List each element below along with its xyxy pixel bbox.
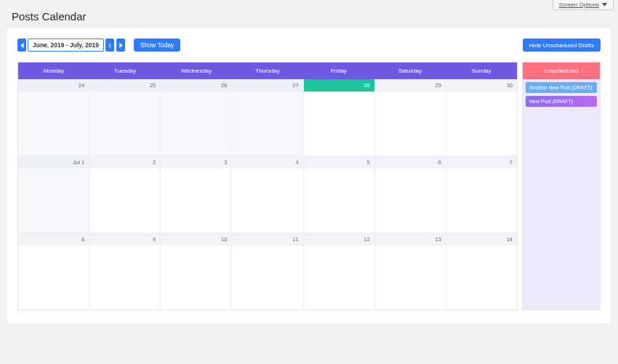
day-body <box>161 92 231 155</box>
day-body <box>375 246 446 310</box>
unscheduled-header: Unscheduled <box>523 62 600 79</box>
day-number: 27 <box>232 79 302 92</box>
day-cell[interactable]: 28 <box>304 79 375 155</box>
day-number: 10 <box>161 233 231 246</box>
day-cell[interactable]: 11 <box>232 233 303 310</box>
day-body <box>232 246 302 310</box>
day-number: 11 <box>232 233 302 246</box>
day-cell[interactable]: 30 <box>446 79 517 155</box>
date-range[interactable]: June, 2019 - July, 2019 <box>28 39 104 52</box>
day-cell[interactable]: 7 <box>446 156 517 232</box>
day-number: 7 <box>446 156 517 169</box>
calendar-card: June, 2019 - July, 2019 1 Show Today Hid… <box>7 28 611 323</box>
day-number: 14 <box>446 233 517 246</box>
day-number: Jul 1 <box>18 156 89 169</box>
day-cell[interactable]: 29 <box>375 79 446 155</box>
day-body <box>18 246 89 310</box>
day-header-row: MondayTuesdayWednesdayThursdayFridaySatu… <box>18 62 517 79</box>
day-body <box>18 169 89 232</box>
toolbar: June, 2019 - July, 2019 1 Show Today Hid… <box>17 39 601 52</box>
day-body <box>232 92 302 155</box>
day-header: Tuesday <box>89 62 161 79</box>
day-cell[interactable]: 2 <box>89 156 161 232</box>
day-body <box>446 169 517 232</box>
day-header: Saturday <box>374 62 446 79</box>
day-cell[interactable]: 12 <box>304 233 375 310</box>
week-row: Jul 1234567 <box>18 155 517 232</box>
chevron-left-icon <box>20 43 24 48</box>
day-number: 25 <box>89 79 160 92</box>
week-row: 891011121314 <box>18 232 517 310</box>
day-header: Wednesday <box>161 62 232 79</box>
day-body <box>89 246 160 310</box>
day-number: 3 <box>161 156 231 169</box>
day-body <box>232 169 302 232</box>
day-header: Sunday <box>446 62 517 79</box>
day-cell[interactable]: 10 <box>161 233 232 310</box>
day-body <box>446 246 517 310</box>
day-number: 12 <box>304 233 374 246</box>
day-number: 4 <box>232 156 302 169</box>
day-cell[interactable]: 6 <box>375 156 446 232</box>
day-number: 2 <box>89 156 160 169</box>
unscheduled-panel: Unscheduled Another New Post (DRAFT)New … <box>522 62 601 310</box>
day-cell[interactable]: 9 <box>89 233 161 310</box>
draft-item[interactable]: Another New Post (DRAFT) <box>526 82 597 93</box>
day-body <box>304 169 374 232</box>
day-cell[interactable]: 4 <box>232 156 303 232</box>
day-cell[interactable]: 14 <box>446 233 517 310</box>
day-cell[interactable]: 26 <box>161 79 232 155</box>
day-header: Thursday <box>232 62 303 79</box>
screen-options-button[interactable]: Screen Options <box>553 0 614 10</box>
day-cell[interactable]: 8 <box>18 233 89 310</box>
day-cell[interactable]: 25 <box>89 79 161 155</box>
calendar-grid: MondayTuesdayWednesdayThursdayFridaySatu… <box>17 62 518 310</box>
chevron-down-icon <box>602 3 607 7</box>
draft-item[interactable]: New Post (DRAFT) <box>526 96 597 107</box>
day-body <box>304 92 374 155</box>
day-cell[interactable]: 3 <box>161 156 232 232</box>
day-header: Friday <box>303 62 374 79</box>
day-number: 8 <box>18 233 89 246</box>
day-body <box>18 92 89 155</box>
page-title: Posts Calendar <box>0 0 618 28</box>
next-button[interactable] <box>116 39 125 52</box>
prev-button[interactable] <box>17 39 26 52</box>
day-body <box>375 92 446 155</box>
day-header: Monday <box>18 62 89 79</box>
day-body <box>375 169 446 232</box>
day-body <box>446 92 517 155</box>
weeks-count-button[interactable]: 1 <box>105 39 114 52</box>
day-body <box>89 92 160 155</box>
week-row: 24252627282930 <box>18 79 517 155</box>
day-number: 24 <box>18 79 89 92</box>
day-number: 13 <box>375 233 446 246</box>
day-cell[interactable]: 27 <box>232 79 303 155</box>
day-body <box>161 246 231 310</box>
day-cell[interactable]: 24 <box>18 79 89 155</box>
day-cell[interactable]: 5 <box>304 156 375 232</box>
day-cell[interactable]: Jul 1 <box>18 156 89 232</box>
day-body <box>161 169 231 232</box>
screen-options-label: Screen Options <box>559 1 599 8</box>
day-number: 29 <box>375 79 446 92</box>
day-number: 6 <box>375 156 446 169</box>
unscheduled-body: Another New Post (DRAFT)New Post (DRAFT) <box>523 79 600 310</box>
day-number: 5 <box>304 156 374 169</box>
day-cell[interactable]: 13 <box>375 233 446 310</box>
day-number: 30 <box>446 79 517 92</box>
chevron-right-icon <box>119 43 123 48</box>
show-today-button[interactable]: Show Today <box>134 39 180 52</box>
hide-unscheduled-button[interactable]: Hide Unscheduled Drafts <box>523 39 601 52</box>
day-number: 26 <box>161 79 231 92</box>
day-number: 9 <box>89 233 160 246</box>
day-number: 28 <box>304 79 374 92</box>
day-body <box>304 246 374 310</box>
day-body <box>89 169 160 232</box>
